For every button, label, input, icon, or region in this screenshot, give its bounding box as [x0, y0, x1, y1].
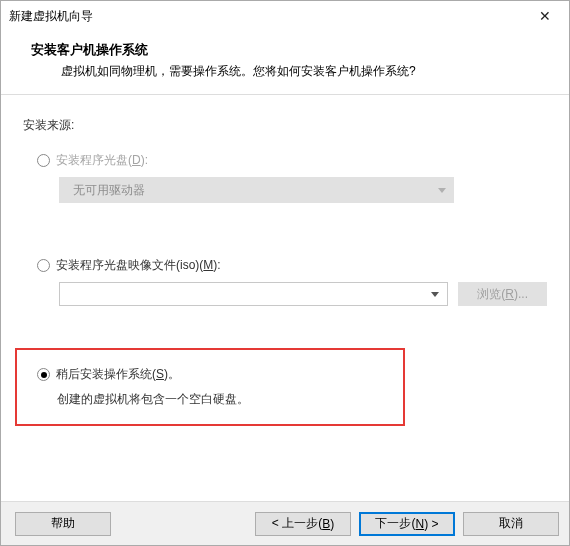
radio-disc-row[interactable]: 安装程序光盘(D):	[37, 152, 547, 169]
wizard-footer: 帮助 < 上一步(B) 下一步(N) > 取消	[1, 501, 569, 545]
radio-iso-label: 安装程序光盘映像文件(iso)(M):	[56, 257, 221, 274]
help-button[interactable]: 帮助	[15, 512, 111, 536]
disc-drive-text: 无可用驱动器	[73, 182, 438, 199]
chevron-down-icon	[427, 283, 443, 305]
radio-later-row[interactable]: 稍后安装操作系统(S)。	[37, 366, 385, 383]
header-subtitle: 虚拟机如同物理机，需要操作系统。您将如何安装客户机操作系统?	[61, 63, 549, 80]
disc-drive-dropdown[interactable]: 无可用驱动器	[59, 177, 454, 203]
iso-row: 浏览(R)...	[59, 282, 547, 306]
cancel-button[interactable]: 取消	[463, 512, 559, 536]
wizard-window: 新建虚拟机向导 ✕ 安装客户机操作系统 虚拟机如同物理机，需要操作系统。您将如何…	[0, 0, 570, 546]
browse-button[interactable]: 浏览(R)...	[458, 282, 547, 306]
iso-path-combobox[interactable]	[59, 282, 448, 306]
radio-disc[interactable]	[37, 154, 50, 167]
radio-disc-label: 安装程序光盘(D):	[56, 152, 148, 169]
later-hint: 创建的虚拟机将包含一个空白硬盘。	[57, 391, 385, 408]
radio-later[interactable]	[37, 368, 50, 381]
option-later-highlight: 稍后安装操作系统(S)。 创建的虚拟机将包含一个空白硬盘。	[15, 348, 405, 426]
close-icon: ✕	[539, 8, 551, 24]
wizard-header: 安装客户机操作系统 虚拟机如同物理机，需要操作系统。您将如何安装客户机操作系统?	[1, 31, 569, 95]
option-iso: 安装程序光盘映像文件(iso)(M): 浏览(R)...	[37, 257, 547, 306]
header-title: 安装客户机操作系统	[31, 41, 549, 59]
back-button[interactable]: < 上一步(B)	[255, 512, 351, 536]
wizard-content: 安装来源: 安装程序光盘(D): 无可用驱动器 安装程序光盘映像文件(iso)(…	[1, 95, 569, 501]
chevron-down-icon	[438, 188, 446, 193]
option-disc: 安装程序光盘(D): 无可用驱动器	[37, 152, 547, 203]
radio-later-label: 稍后安装操作系统(S)。	[56, 366, 180, 383]
radio-iso[interactable]	[37, 259, 50, 272]
next-button[interactable]: 下一步(N) >	[359, 512, 455, 536]
titlebar: 新建虚拟机向导 ✕	[1, 1, 569, 31]
close-button[interactable]: ✕	[523, 2, 567, 30]
window-title: 新建虚拟机向导	[9, 8, 523, 25]
radio-iso-row[interactable]: 安装程序光盘映像文件(iso)(M):	[37, 257, 547, 274]
install-source-label: 安装来源:	[23, 117, 547, 134]
